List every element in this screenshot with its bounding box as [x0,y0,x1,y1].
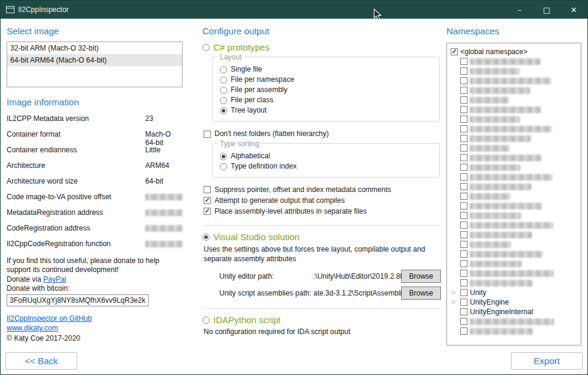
namespace-item[interactable] [449,124,579,134]
namespace-item[interactable] [449,134,579,143]
image-info-row: Il2CppCodeRegistration function [7,240,183,255]
redacted-label [470,155,542,161]
namespace-item[interactable] [449,163,579,172]
separator [202,308,440,309]
namespace-item[interactable] [449,326,579,336]
namespace-item[interactable]: ▷Unity [449,288,579,297]
namespace-item[interactable]: UnityEngineInternal [449,307,579,317]
layout-group-title: Layout [217,53,244,61]
checkbox-icon [460,260,468,267]
namespace-item[interactable] [449,85,579,95]
expander-icon[interactable]: ▷ [451,290,458,295]
namespace-item[interactable] [449,57,579,66]
sorting-option[interactable]: Type definition index [220,162,433,171]
csharp-prototypes-radio[interactable]: C# prototypes [202,43,441,52]
path-field-value: :\Unity\Hub\Editor\2019.2.8f1 [313,272,401,280]
flatten-hierarchy-checkbox[interactable]: Don't nest folders (flatten hierarchy) [204,129,441,138]
bitcoin-address-input[interactable] [7,294,149,306]
redacted-label [470,107,541,113]
idapython-script-radio[interactable]: IDAPython script [202,315,441,324]
redacted-label [470,318,554,325]
back-button[interactable]: << Back [5,352,77,370]
type-sorting-group-title: Type sorting [217,140,261,148]
namespace-item[interactable] [449,182,579,191]
window-title: Il2CppInspector [18,5,69,14]
radio-icon [220,107,227,114]
layout-option[interactable]: Tree layout [220,106,433,115]
redacted-label [470,280,533,287]
namespace-item[interactable] [449,249,579,259]
layout-option-label: File per class [231,96,274,105]
namespace-item[interactable] [449,201,579,211]
path-field-row: Unity editor path::\Unity\Hub\Editor\201… [219,270,441,283]
image-list-item[interactable]: 32-bit ARM (Mach-O 32-bit) [7,42,182,54]
layout-option-label: Tree layout [231,106,267,115]
output-option-checkbox[interactable]: Suppress pointer, offset and index metad… [204,184,441,195]
namespace-item[interactable] [449,317,579,326]
image-info-row: Container endiannessLittle [7,146,183,161]
browse-button[interactable]: Browse [401,270,441,283]
namespace-item[interactable] [449,268,579,278]
namespace-item[interactable] [449,220,579,230]
checkbox-icon [460,212,468,219]
maximize-button[interactable]: □ [533,1,560,19]
namespace-item[interactable] [449,259,579,268]
namespace-list[interactable]: <global namespace>▷Unity▷UnityEngineUnit… [446,43,581,346]
export-button[interactable]: Export [511,352,583,370]
checkbox-icon [460,231,468,238]
csharp-prototypes-label: C# prototypes [213,43,269,52]
namespace-item[interactable] [449,172,579,182]
checkbox-icon [460,67,468,75]
image-info-row: IL2CPP Metadata version23 [7,114,183,130]
info-label: Architecture [7,161,145,170]
paypal-link[interactable]: PayPal [43,275,66,284]
namespace-item[interactable] [449,66,579,76]
checkbox-icon [460,299,468,306]
namespace-item[interactable] [449,114,579,124]
namespace-item[interactable] [449,76,579,85]
layout-option[interactable]: File per assembly [220,85,433,95]
namespace-item[interactable] [449,240,579,249]
output-option-checkbox[interactable]: Attempt to generate output that compiles [204,195,441,206]
checkbox-icon [460,164,468,171]
layout-option[interactable]: File per class [220,96,433,105]
browse-button[interactable]: Browse [401,287,441,300]
checkbox-icon [460,308,468,315]
github-link[interactable]: Il2CppInspector on GitHub [7,314,92,323]
namespace-item[interactable] [449,278,579,288]
namespace-item[interactable]: <global namespace> [449,47,579,57]
namespace-item[interactable]: ▷UnityEngine [449,297,579,307]
visual-studio-solution-radio[interactable]: Visual Studio solution [202,232,441,241]
redacted-label [470,261,522,267]
namespace-item[interactable] [449,191,579,201]
close-button[interactable]: ✕ [560,1,587,19]
redacted-label [470,135,531,142]
namespace-item[interactable] [449,230,579,240]
website-link[interactable]: www.djkaty.com [7,323,58,333]
namespace-item[interactable] [449,105,579,114]
path-field-row: Unity script assemblies path:ate.3d-3.1.… [219,287,441,300]
titlebar: Il2CppInspector – □ ✕ [1,1,587,19]
select-image-heading: Select image [7,26,183,36]
redacted-label [470,251,543,258]
checkbox-icon [460,193,468,200]
checkbox-icon [460,270,468,277]
namespace-item[interactable] [449,143,579,153]
layout-option[interactable]: Single file [220,65,433,74]
namespace-item[interactable] [449,211,579,220]
output-option-checkbox[interactable]: Place assembly-level attributes in separ… [204,206,441,217]
redacted-label [470,174,552,181]
minimize-button[interactable]: – [506,1,533,19]
image-info-row: MetadataRegistration address [7,208,183,224]
image-listbox[interactable]: 32-bit ARM (Mach-O 32-bit)64-bit ARM64 (… [7,42,183,87]
path-field-label: Unity editor path: [219,272,313,280]
namespace-item[interactable] [449,153,579,163]
image-list-item[interactable]: 64-bit ARM64 (Mach-O 64-bit) [7,54,182,66]
redacted-label [470,116,520,123]
expander-icon[interactable]: ▷ [451,300,458,305]
checkbox-icon [460,289,468,296]
sorting-option[interactable]: Alphabetical [220,152,433,161]
namespace-item[interactable] [449,95,579,105]
layout-option[interactable]: File per namespace [220,75,433,84]
app-window: Il2CppInspector – □ ✕ Select image 32-bi… [0,0,588,375]
